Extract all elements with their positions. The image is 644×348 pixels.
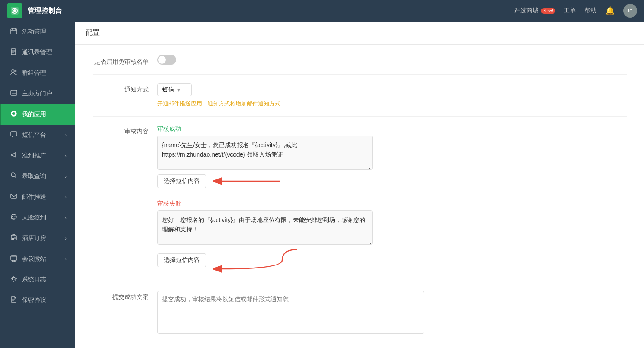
svg-rect-13 xyxy=(11,90,17,95)
sidebar-item-admission[interactable]: 录取查询 › xyxy=(0,166,75,187)
svg-rect-3 xyxy=(11,29,17,34)
notification-selected: 短信 xyxy=(162,86,174,94)
submit-copy-row: 提交成功文案 xyxy=(93,291,627,347)
sidebar-label-email: 邮件推送 xyxy=(22,193,46,201)
users-icon xyxy=(10,69,18,77)
sidebar-label-organizer: 主办方门户 xyxy=(22,90,52,98)
sidebar-label-sms: 短信平台 xyxy=(22,131,46,139)
sidebar-label-conference: 会议微站 xyxy=(22,255,46,263)
sidebar-item-face[interactable]: 人脸签到 › xyxy=(0,207,75,228)
chevron-right-icon-7: › xyxy=(65,256,67,262)
sidebar-label-syslog: 系统日志 xyxy=(22,276,46,283)
submit-copy-textarea[interactable] xyxy=(157,291,424,334)
audit-success-label: 审核成功 xyxy=(157,125,373,133)
chevron-right-icon-4: › xyxy=(65,194,67,200)
sidebar-label-activity: 活动管理 xyxy=(22,28,46,36)
nav-item-ticket[interactable]: 工单 xyxy=(564,7,576,15)
notification-control: 短信 ▼ 开通邮件推送应用，通知方式将增加邮件通知方式 xyxy=(157,83,280,108)
book-icon xyxy=(10,48,18,57)
audit-fail-block: 审核失败 您好，您报名的『{activity}』由于场地座位有限，未能安排您到场… xyxy=(157,200,373,273)
audit-blocks: 审核成功 {name}先生/女士，您已成功报名『{activity}』,截此 h… xyxy=(157,125,373,273)
sidebar-item-sms[interactable]: 短信平台 › xyxy=(0,125,75,145)
red-arrow-fail xyxy=(213,247,299,273)
audit-fail-label: 审核失败 xyxy=(157,200,373,208)
sidebar-label-face: 人脸签到 xyxy=(22,214,46,222)
mail-icon xyxy=(10,193,18,201)
website-icon xyxy=(10,255,18,263)
app-logo xyxy=(7,3,22,18)
svg-rect-31 xyxy=(11,256,17,260)
notification-bell[interactable]: 🔔 xyxy=(605,6,615,15)
svg-point-36 xyxy=(12,277,15,280)
sidebar-label-admission: 录取查询 xyxy=(22,172,46,180)
chevron-right-icon: › xyxy=(65,132,67,138)
form-content: 是否启用免审核名单 通知方式 短信 ▼ 开通邮件推送应用，通知方式将增加邮件通知… xyxy=(75,45,644,348)
sidebar-label-contacts: 通讯录管理 xyxy=(22,49,52,56)
circle-icon xyxy=(10,110,18,119)
gear-icon xyxy=(10,275,18,284)
select-sms-fail-btn[interactable]: 选择短信内容 xyxy=(157,253,206,267)
sidebar-item-email[interactable]: 邮件推送 › xyxy=(0,187,75,207)
list-icon xyxy=(10,89,18,98)
audit-fail-textarea[interactable]: 您好，您报名的『{activity}』由于场地座位有限，未能安排您到场，感谢您的… xyxy=(157,210,373,245)
nav-item-help[interactable]: 帮助 xyxy=(585,7,597,15)
sidebar-item-syslog[interactable]: 系统日志 xyxy=(0,269,75,290)
notification-hint: 开通邮件推送应用，通知方式将增加邮件通知方式 xyxy=(157,100,280,108)
page-title: 配置 xyxy=(86,29,100,36)
sidebar-label-privacy: 保密协议 xyxy=(22,296,46,304)
chevron-right-icon-5: › xyxy=(65,215,67,220)
top-navigation: 管理控制台 严选商城 New! 工单 帮助 🔔 Ie xyxy=(0,0,644,22)
sidebar-item-myapp[interactable]: 我的应用 xyxy=(0,104,75,125)
sidebar-label-myapp: 我的应用 xyxy=(22,111,46,118)
notification-select[interactable]: 短信 ▼ xyxy=(157,83,192,96)
sidebar-item-promote[interactable]: 准到推广 › xyxy=(0,145,75,166)
svg-point-12 xyxy=(15,70,16,72)
message-icon xyxy=(10,131,18,139)
doc-icon xyxy=(10,296,18,305)
sidebar-label-groups: 群组管理 xyxy=(22,69,46,77)
red-arrow-success xyxy=(213,172,282,190)
app-title: 管理控制台 xyxy=(28,6,62,15)
search-icon xyxy=(10,172,18,181)
nav-item-mall[interactable]: 严选商城 New! xyxy=(514,7,555,15)
svg-point-22 xyxy=(11,173,15,177)
sidebar-item-contacts[interactable]: 通讯录管理 xyxy=(0,42,75,63)
dropdown-arrow-icon: ▼ xyxy=(177,88,181,92)
svg-point-11 xyxy=(12,70,14,72)
svg-line-21 xyxy=(16,156,16,156)
svg-point-17 xyxy=(12,112,15,115)
audit-success-block: 审核成功 {name}先生/女士，您已成功报名『{activity}』,截此 h… xyxy=(157,125,373,190)
sidebar-item-hotel[interactable]: 酒店订房 › xyxy=(0,228,75,249)
page-header: 配置 xyxy=(75,22,644,45)
sidebar: 活动管理 通讯录管理 群组管理 主办方门户 我的应用 xyxy=(0,22,75,348)
calendar-icon xyxy=(10,28,18,36)
chevron-right-icon-6: › xyxy=(65,236,67,241)
audit-content-row: 审核内容 审核成功 {name}先生/女士，您已成功报名『{activity}』… xyxy=(93,125,627,282)
sidebar-item-groups[interactable]: 群组管理 xyxy=(0,63,75,83)
notification-row: 通知方式 短信 ▼ 开通邮件推送应用，通知方式将增加邮件通知方式 xyxy=(93,83,627,117)
user-avatar[interactable]: Ie xyxy=(623,4,637,18)
sidebar-item-privacy[interactable]: 保密协议 xyxy=(0,290,75,311)
svg-point-2 xyxy=(13,9,16,12)
chevron-right-icon-2: › xyxy=(65,153,67,158)
select-sms-success-btn[interactable]: 选择短信内容 xyxy=(157,174,206,188)
sidebar-label-promote: 准到推广 xyxy=(22,152,46,160)
sidebar-item-activity[interactable]: 活动管理 xyxy=(0,22,75,42)
svg-rect-29 xyxy=(12,238,14,240)
sidebar-item-organizer[interactable]: 主办方门户 xyxy=(0,83,75,104)
whitelist-label: 是否启用免审核名单 xyxy=(93,55,149,66)
whitelist-row: 是否启用免审核名单 xyxy=(93,55,627,75)
sidebar-item-conference[interactable]: 会议微站 › xyxy=(0,249,75,269)
svg-line-23 xyxy=(15,176,16,178)
new-badge: New! xyxy=(541,8,555,14)
notification-label: 通知方式 xyxy=(93,83,149,94)
face-icon xyxy=(10,213,18,222)
content-area: 配置 是否启用免审核名单 通知方式 短信 ▼ 开通邮件推送应用，通知方式将增加邮… xyxy=(75,22,644,348)
chevron-right-icon-3: › xyxy=(65,174,67,179)
whitelist-toggle[interactable] xyxy=(157,55,176,65)
audit-success-textarea[interactable]: {name}先生/女士，您已成功报名『{activity}』,截此 https:… xyxy=(157,136,373,170)
top-nav-right: 严选商城 New! 工单 帮助 🔔 Ie xyxy=(514,4,637,18)
sidebar-label-hotel: 酒店订房 xyxy=(22,234,46,242)
svg-rect-18 xyxy=(11,132,17,136)
submit-copy-label: 提交成功文案 xyxy=(93,291,149,301)
